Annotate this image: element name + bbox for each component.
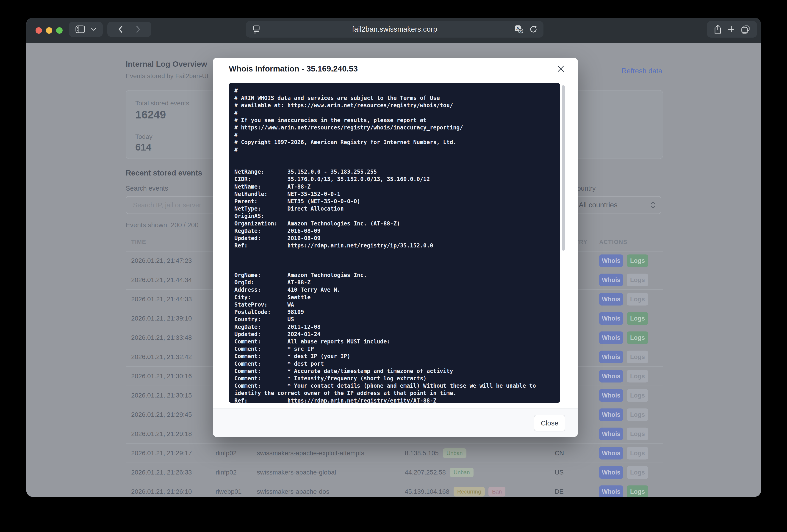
reload-icon[interactable] [529, 25, 537, 34]
status-badge-recurring: Recurring [453, 487, 485, 496]
whois-button[interactable]: Whois [599, 447, 623, 459]
row-jail: swissmakers-apache-global [257, 469, 336, 476]
row-actions: Whois Logs [599, 427, 648, 440]
toolbar-actions-group [707, 21, 757, 38]
row-actions: Whois Logs [599, 254, 648, 267]
status-badge-unban: Unban [450, 468, 473, 477]
whois-button[interactable]: Whois [599, 370, 623, 382]
whois-button[interactable]: Whois [599, 389, 623, 402]
whois-button[interactable]: Whois [599, 408, 623, 421]
row-actions: Whois Logs [599, 331, 648, 344]
row-jail: swissmakers-apache-exploit-attempts [257, 449, 364, 457]
stat-value-total: 16249 [135, 108, 166, 121]
whois-button[interactable]: Whois [599, 273, 623, 286]
page-subtitle: Events stored by Fail2ban-UI [126, 72, 209, 80]
whois-button[interactable]: Whois [599, 331, 623, 344]
row-time: 2026.01.21, 21:44:33 [131, 295, 192, 303]
whois-button[interactable]: Whois [599, 427, 623, 440]
table-row: 2026.01.21, 21:26:33 rlinfp02 swissmaker… [126, 463, 663, 482]
whois-button[interactable]: Whois [599, 293, 623, 305]
refresh-data-link[interactable]: Refresh data [622, 67, 662, 75]
close-window-button[interactable] [36, 27, 42, 34]
modal-footer: Close [213, 408, 578, 437]
logs-button[interactable]: Logs [627, 370, 648, 382]
whois-button[interactable]: Whois [599, 351, 623, 363]
column-header-actions: ACTIONS [599, 239, 628, 245]
nav-buttons-group [107, 22, 151, 37]
row-time: 2026.01.21, 21:29:17 [131, 449, 192, 457]
forward-button[interactable] [136, 25, 140, 33]
row-server: rlwebp01 [216, 488, 242, 495]
country-select[interactable]: All countries [571, 196, 661, 214]
logs-button[interactable]: Logs [627, 408, 648, 421]
row-time: 2026.01.21, 21:30:16 [131, 373, 192, 380]
logs-button[interactable]: Logs [627, 466, 648, 479]
share-icon[interactable] [714, 24, 722, 34]
row-time: 2026.01.21, 21:29:18 [131, 430, 192, 438]
stat-label-total: Total stored events [135, 99, 189, 107]
whois-modal: Whois Information - 35.169.240.53 # # AR… [213, 58, 578, 437]
logs-button[interactable]: Logs [627, 331, 648, 344]
whois-terminal: # # ARIN WHOIS data and services are sub… [229, 83, 560, 403]
row-time: 2026.01.21, 21:47:23 [131, 257, 192, 264]
whois-button[interactable]: Whois [599, 254, 623, 267]
logs-button[interactable]: Logs [627, 273, 648, 286]
row-actions: Whois Logs [599, 273, 648, 286]
table-row: 2026.01.21, 21:26:10 rlwebp01 swissmaker… [126, 482, 663, 497]
row-ip-group: 45.139.104.168 RecurringBan [405, 487, 505, 496]
select-chevrons-icon [650, 201, 656, 209]
page-title: Internal Log Overview [126, 60, 207, 68]
search-events-label: Search events [126, 185, 168, 192]
back-button[interactable] [118, 25, 123, 33]
row-ip-group: 8.138.5.105 Unban [405, 448, 466, 458]
row-actions: Whois Logs [599, 466, 648, 479]
row-actions: Whois Logs [599, 370, 648, 382]
whois-button[interactable]: Whois [599, 485, 623, 497]
new-tab-icon[interactable] [728, 26, 735, 33]
tab-overview-icon[interactable] [741, 25, 750, 34]
row-server: rlinfp02 [216, 449, 237, 457]
row-time: 2026.01.21, 21:29:45 [131, 411, 192, 418]
logs-button[interactable]: Logs [627, 293, 648, 305]
logs-button[interactable]: Logs [627, 485, 648, 497]
chevron-down-icon [91, 28, 96, 31]
logs-button[interactable]: Logs [627, 254, 648, 267]
row-actions: Whois Logs [599, 389, 648, 402]
url-text: fail2ban.swissmakers.corp [352, 25, 437, 34]
logs-button[interactable]: Logs [627, 447, 648, 459]
row-server: rlinfp02 [216, 469, 237, 476]
stat-label-today: Today [135, 133, 152, 140]
sidebar-toggle-group[interactable] [69, 22, 103, 37]
terminal-output: # # ARIN WHOIS data and services are sub… [234, 87, 554, 403]
whois-button[interactable]: Whois [599, 312, 623, 325]
minimize-window-button[interactable] [46, 27, 52, 34]
whois-button[interactable]: Whois [599, 466, 623, 479]
row-actions: Whois Logs [599, 312, 648, 325]
row-time: 2026.01.21, 21:32:42 [131, 353, 192, 361]
address-bar[interactable]: fail2ban.swissmakers.corp A 文 [246, 21, 544, 38]
stat-value-today: 614 [135, 142, 151, 153]
row-time: 2026.01.21, 21:39:10 [131, 315, 192, 322]
row-badges: RecurringBan [453, 487, 506, 496]
row-badges: Unban [450, 468, 473, 477]
status-badge-ban: Ban [488, 487, 506, 496]
logs-button[interactable]: Logs [627, 312, 648, 325]
translate-icon[interactable]: A 文 [514, 25, 523, 34]
logs-button[interactable]: Logs [627, 389, 648, 402]
modal-title: Whois Information - 35.169.240.53 [229, 64, 358, 73]
row-time: 2026.01.21, 21:26:33 [131, 469, 192, 476]
row-ip: 44.207.252.58 [405, 469, 446, 476]
close-button[interactable]: Close [534, 415, 565, 431]
row-jail: swissmakers-apache-dos [257, 488, 329, 495]
row-ip: 8.138.5.105 [405, 449, 439, 457]
terminal-scrollbar[interactable] [562, 85, 565, 251]
table-row: 2026.01.21, 21:29:17 rlinfp02 swissmaker… [126, 444, 663, 463]
logs-button[interactable]: Logs [627, 427, 648, 440]
logs-button[interactable]: Logs [627, 351, 648, 363]
section-title: Recent stored events [126, 169, 202, 177]
close-icon[interactable] [556, 64, 566, 74]
zoom-window-button[interactable] [56, 27, 63, 34]
events-shown-text: Events shown: 200 / 200 [126, 221, 198, 229]
browser-titlebar: fail2ban.swissmakers.corp A 文 [26, 18, 761, 43]
reader-icon[interactable] [253, 25, 260, 34]
